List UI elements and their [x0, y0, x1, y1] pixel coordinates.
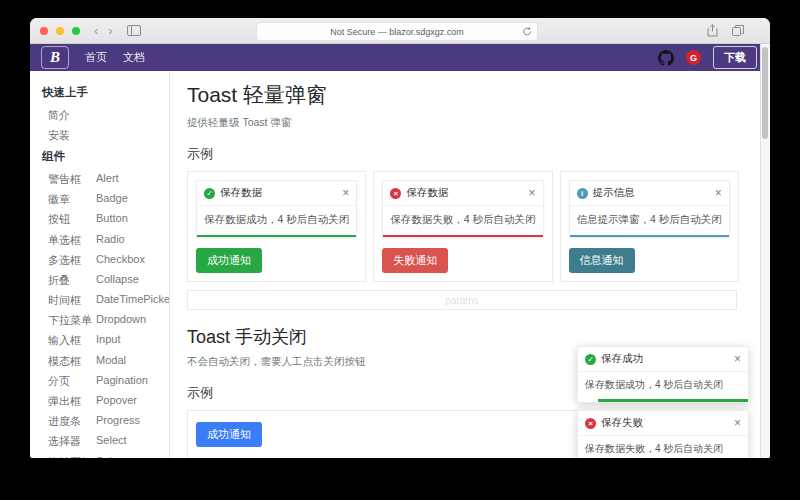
sidebar-item-label-zh: 分页 — [48, 374, 96, 389]
sidebar-item-Badge[interactable]: 徽章Badge — [42, 190, 169, 210]
brand-logo[interactable]: B — [41, 46, 69, 69]
reload-icon[interactable] — [522, 26, 532, 37]
github-icon[interactable] — [658, 50, 674, 66]
sidebar-item-label-en: Modal — [96, 354, 126, 369]
sidebar-item-Collapse[interactable]: 折叠Collapse — [42, 270, 169, 290]
toast-progress-bar — [383, 235, 542, 237]
toast-progress-bar — [197, 235, 356, 237]
sidebar-item-label-zh: 弹出框 — [48, 394, 96, 409]
sidebar-item-label-en: Input — [96, 333, 120, 348]
sidebar-item-label-zh: 下拉菜单 — [48, 313, 96, 328]
sidebar-item-Spinner[interactable]: 旋转图标Spinner — [42, 452, 169, 458]
sidebar-item-Alert[interactable]: 警告框Alert — [42, 169, 169, 189]
demo-footer-hint[interactable]: params — [187, 290, 737, 310]
toast-demo-button[interactable]: 失败通知 — [382, 248, 448, 273]
address-bar[interactable]: Not Secure — blazor.sdgxgz.com — [256, 22, 538, 41]
sidebar-item-label-en: Dropdown — [96, 313, 146, 328]
toast-body: 保存数据成功，4 秒后自动关闭 — [197, 206, 356, 235]
sidebar-item-label-en: Checkbox — [96, 253, 145, 268]
sidebar-item-label-en: Spinner — [96, 455, 134, 458]
toast-progress-bar — [570, 235, 729, 237]
sidebar-group-header: 快速上手 — [42, 81, 169, 105]
share-icon[interactable] — [707, 24, 718, 37]
sidebar-item-安装[interactable]: 安装 — [42, 125, 169, 145]
floating-toasts: ✓保存成功×保存数据成功，4 秒后自动关闭×保存失败×保存数据失败，4 秒后自动… — [577, 346, 749, 458]
example-label-1: 示例 — [187, 145, 754, 163]
sidebar-item-简介[interactable]: 简介 — [42, 105, 169, 125]
sidebar-item-label-zh: 输入框 — [48, 333, 96, 348]
sidebar-item-label-zh: 简介 — [48, 108, 96, 123]
sidebar-group-header: 组件 — [42, 145, 169, 169]
sidebar-item-label-en: Progress — [96, 414, 140, 429]
browser-titlebar: ‹ › Not Secure — blazor.sdgxgz.com — [30, 18, 770, 44]
toast-demo-button[interactable]: 成功通知 — [196, 248, 262, 273]
toast: ×保存数据×保存数据失败，4 秒后自动关闭 — [382, 180, 543, 238]
sidebar-item-Input[interactable]: 输入框Input — [42, 331, 169, 351]
sidebar-item-label-en: Radio — [96, 233, 125, 248]
sidebar-item-Button[interactable]: 按钮Button — [42, 210, 169, 230]
browser-window: ‹ › Not Secure — blazor.sdgxgz.com B 首页 … — [30, 18, 770, 458]
page-title: Toast 轻量弹窗 — [187, 81, 754, 109]
sidebar-item-label-zh: 模态框 — [48, 354, 96, 369]
toast-header: ×保存数据× — [383, 181, 542, 206]
toast-demo-button[interactable]: 信息通知 — [569, 248, 635, 273]
demo-cell: ×保存数据×保存数据失败，4 秒后自动关闭失败通知 — [373, 171, 552, 282]
toast-header: ×保存失败× — [578, 411, 748, 436]
close-icon[interactable]: × — [342, 187, 349, 199]
toast-body: 保存数据失败，4 秒后自动关闭 — [578, 436, 748, 458]
toast: ×保存失败×保存数据失败，4 秒后自动关闭 — [577, 410, 749, 458]
sidebar-item-Dropdown[interactable]: 下拉菜单Dropdown — [42, 311, 169, 331]
toast-header: ✓保存成功× — [578, 347, 748, 372]
toast-title: 保存失败 — [601, 416, 643, 430]
download-button[interactable]: 下载 — [713, 46, 757, 69]
close-icon[interactable]: × — [529, 187, 536, 199]
sidebar-item-label-en: Pagination — [96, 374, 148, 389]
sidebar-item-Popover[interactable]: 弹出框Popover — [42, 391, 169, 411]
url-text: Not Secure — blazor.sdgxgz.com — [330, 27, 464, 37]
sidebar-toggle-icon[interactable] — [127, 25, 141, 36]
sidebar-nav: 快速上手简介安装组件警告框Alert徽章Badge按钮Button单选框Radi… — [30, 71, 170, 458]
scrollbar[interactable] — [760, 44, 770, 458]
tabs-overview-icon[interactable] — [732, 25, 744, 36]
sidebar-item-label-zh: 时间框 — [48, 293, 96, 308]
demo-cell: i提示信息×信息提示弹窗，4 秒后自动关闭信息通知 — [560, 171, 739, 282]
toast-title: 提示信息 — [593, 186, 635, 200]
sidebar-item-Select[interactable]: 选择器Select — [42, 432, 169, 452]
sidebar-item-Radio[interactable]: 单选框Radio — [42, 230, 169, 250]
toast: ✓保存成功×保存数据成功，4 秒后自动关闭 — [577, 346, 749, 403]
close-icon[interactable]: × — [715, 187, 722, 199]
toast-progress-fill — [197, 235, 356, 237]
manual-demo-button[interactable]: 成功通知 — [196, 422, 262, 447]
sidebar-item-label-en: Select — [96, 434, 127, 449]
sidebar-item-label-zh: 多选框 — [48, 253, 96, 268]
nav-link-home[interactable]: 首页 — [85, 50, 107, 65]
demo-cell: ✓保存数据×保存数据成功，4 秒后自动关闭成功通知 — [187, 171, 366, 282]
sidebar-item-label-en: Button — [96, 212, 128, 227]
sidebar-item-Checkbox[interactable]: 多选框Checkbox — [42, 250, 169, 270]
nav-link-docs[interactable]: 文档 — [123, 50, 145, 65]
sidebar-item-label-zh: 按钮 — [48, 212, 96, 227]
sidebar-item-Modal[interactable]: 模态框Modal — [42, 351, 169, 371]
scrollbar-thumb[interactable] — [762, 47, 768, 139]
check-circle-icon: ✓ — [204, 188, 215, 199]
toast: i提示信息×信息提示弹窗，4 秒后自动关闭 — [569, 180, 730, 238]
close-window-button[interactable] — [40, 27, 48, 35]
close-icon[interactable]: × — [734, 353, 741, 365]
sidebar-item-DateTimePicker[interactable]: 时间框DateTimePicker — [42, 291, 169, 311]
zoom-window-button[interactable] — [72, 27, 80, 35]
forward-icon[interactable]: › — [108, 18, 112, 43]
info-circle-icon: i — [577, 188, 588, 199]
toast-body: 保存数据失败，4 秒后自动关闭 — [383, 206, 542, 235]
minimize-window-button[interactable] — [56, 27, 64, 35]
toast-body: 信息提示弹窗，4 秒后自动关闭 — [570, 206, 729, 235]
sidebar-item-Progress[interactable]: 进度条Progress — [42, 412, 169, 432]
toast-title: 保存数据 — [406, 186, 448, 200]
sidebar-item-label-en: Collapse — [96, 273, 139, 288]
back-icon[interactable]: ‹ — [94, 18, 98, 43]
close-icon[interactable]: × — [734, 417, 741, 429]
sidebar-item-Pagination[interactable]: 分页Pagination — [42, 371, 169, 391]
sidebar-item-label-zh: 单选框 — [48, 233, 96, 248]
sidebar-item-label-zh: 警告框 — [48, 172, 96, 187]
sidebar-item-label-en: Alert — [96, 172, 119, 187]
gitee-icon[interactable]: G — [686, 50, 701, 65]
